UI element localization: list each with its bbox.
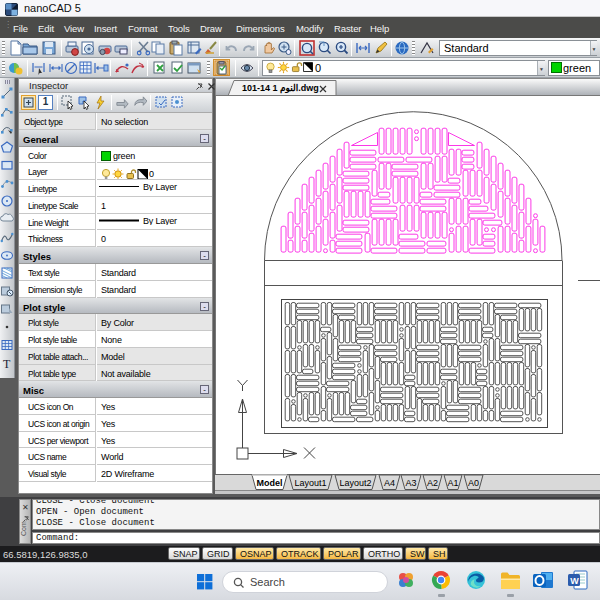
svg-text:Layout2: Layout2 <box>339 478 371 488</box>
svg-text:A2: A2 <box>427 478 438 488</box>
svg-text:A0: A0 <box>468 478 479 488</box>
svg-text:Layout1: Layout1 <box>294 478 326 488</box>
svg-text:A4: A4 <box>384 478 395 488</box>
svg-text:A1: A1 <box>447 478 458 488</box>
svg-text:A3: A3 <box>405 478 416 488</box>
svg-text:By Layer: By Layer <box>143 182 177 191</box>
svg-text:Model: Model <box>257 478 283 488</box>
svg-text:T: T <box>3 357 11 370</box>
svg-text:W: W <box>570 576 579 586</box>
svg-text:By Layer: By Layer <box>143 216 177 225</box>
